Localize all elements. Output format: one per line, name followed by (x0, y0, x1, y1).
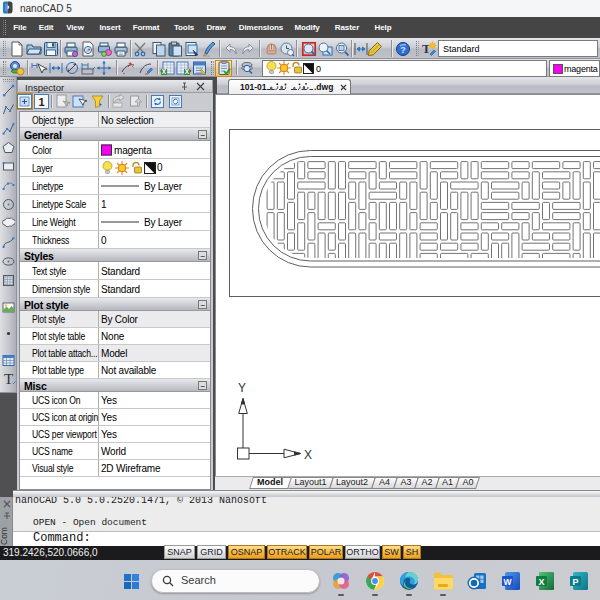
svg-text:X: X (304, 448, 312, 462)
svg-text:Y: Y (238, 381, 246, 395)
svg-text:P: P (572, 577, 578, 587)
svg-text:T: T (422, 41, 431, 56)
svg-text:W: W (503, 577, 512, 587)
svg-text:1: 1 (38, 96, 44, 108)
svg-text:X: X (538, 577, 544, 587)
svg-text:T: T (4, 371, 13, 386)
svg-text:X: X (185, 68, 190, 75)
svg-text:?: ? (400, 45, 406, 55)
svg-text:X: X (162, 68, 167, 75)
